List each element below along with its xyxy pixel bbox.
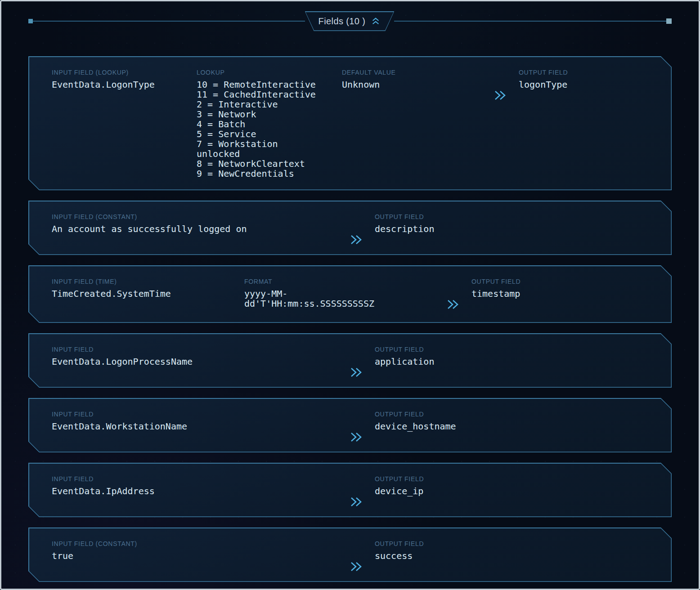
default-value-column: DEFAULT VALUE Unknown bbox=[342, 69, 493, 89]
input-field-label: INPUT FIELD (CONSTANT) bbox=[52, 213, 349, 220]
output-field-value: description bbox=[375, 224, 654, 234]
lookup-entries: 10 = RemoteInteractive 11 = CachedIntera… bbox=[197, 80, 323, 179]
input-field-value: EventData.LogonProcessName bbox=[52, 357, 349, 367]
input-field-label: INPUT FIELD bbox=[52, 475, 349, 483]
input-field-label: INPUT FIELD (CONSTANT) bbox=[52, 540, 349, 547]
output-field-column: OUTPUT FIELD success bbox=[375, 540, 654, 561]
map-arrow-icon bbox=[445, 298, 471, 311]
default-value-label: DEFAULT VALUE bbox=[342, 69, 493, 76]
map-arrow-icon bbox=[349, 560, 375, 573]
input-field-column: INPUT FIELD (LOOKUP) EventData.LogonType bbox=[52, 69, 197, 89]
output-field-value: success bbox=[375, 551, 654, 561]
input-field-column: INPUT FIELD (CONSTANT) An account as suc… bbox=[52, 213, 349, 234]
output-field-column: OUTPUT FIELD logonType bbox=[519, 69, 654, 89]
field-mapping-card[interactable]: INPUT FIELD (TIME) TimeCreated.SystemTim… bbox=[28, 265, 672, 323]
lookup-entry: 10 = RemoteInteractive bbox=[197, 80, 323, 89]
fields-panel: Fields (10 ) INPUT FIELD (LOOKUP) EventD… bbox=[0, 0, 700, 590]
lookup-entry: 9 = NewCredentials bbox=[197, 169, 323, 179]
input-field-column: INPUT FIELD EventData.LogonProcessName bbox=[52, 346, 349, 367]
field-mapping-card[interactable]: INPUT FIELD EventData.LogonProcessName O… bbox=[28, 333, 672, 388]
output-field-label: OUTPUT FIELD bbox=[375, 411, 654, 418]
map-arrow-icon bbox=[349, 430, 375, 444]
input-field-value: true bbox=[52, 551, 349, 561]
lookup-label: LOOKUP bbox=[197, 69, 342, 76]
lookup-entry: 3 = Network bbox=[197, 109, 323, 119]
output-field-value: device_hostname bbox=[375, 421, 654, 431]
output-field-value: timestamp bbox=[471, 289, 654, 299]
input-field-column: INPUT FIELD EventData.WorkstationName bbox=[52, 411, 349, 431]
input-field-label: INPUT FIELD bbox=[52, 411, 349, 418]
lookup-entry: 7 = Workstation unlocked bbox=[197, 139, 323, 159]
output-field-label: OUTPUT FIELD bbox=[375, 475, 654, 483]
format-column: FORMAT yyyy-MM-dd'T'HH:mm:ss.SSSSSSSSSZ bbox=[244, 278, 445, 308]
input-field-column: INPUT FIELD (CONSTANT) true bbox=[52, 540, 349, 561]
fields-header: Fields (10 ) bbox=[28, 11, 672, 31]
map-arrow-icon bbox=[349, 495, 375, 509]
input-field-label: INPUT FIELD (TIME) bbox=[52, 278, 244, 285]
output-field-value: device_ip bbox=[375, 486, 654, 496]
lookup-entry: 4 = Batch bbox=[197, 119, 323, 129]
format-value: yyyy-MM-dd'T'HH:mm:ss.SSSSSSSSSZ bbox=[244, 289, 384, 308]
output-field-column: OUTPUT FIELD timestamp bbox=[471, 278, 654, 299]
line-end-square-left bbox=[28, 19, 33, 23]
input-field-value: TimeCreated.SystemTime bbox=[52, 289, 244, 299]
field-mapping-card[interactable]: INPUT FIELD EventData.WorkstationName OU… bbox=[28, 398, 672, 452]
map-arrow-icon bbox=[349, 366, 375, 379]
field-mapping-list: INPUT FIELD (LOOKUP) EventData.LogonType… bbox=[28, 56, 672, 582]
output-field-label: OUTPUT FIELD bbox=[471, 278, 654, 285]
chevron-double-up-icon[interactable] bbox=[371, 17, 381, 26]
field-mapping-card[interactable]: INPUT FIELD (LOOKUP) EventData.LogonType… bbox=[28, 56, 672, 190]
input-field-value: EventData.LogonType bbox=[52, 80, 197, 89]
line-end-square-right bbox=[666, 18, 672, 24]
fields-section-toggle[interactable]: Fields (10 ) bbox=[305, 11, 395, 31]
output-field-column: OUTPUT FIELD device_ip bbox=[375, 475, 654, 496]
output-field-value: application bbox=[375, 357, 654, 367]
header-divider-right bbox=[394, 21, 666, 22]
input-field-column: INPUT FIELD (TIME) TimeCreated.SystemTim… bbox=[52, 278, 244, 299]
lookup-entry: 5 = Service bbox=[197, 129, 323, 139]
lookup-column: LOOKUP 10 = RemoteInteractive 11 = Cache… bbox=[197, 69, 342, 179]
input-field-column: INPUT FIELD EventData.IpAddress bbox=[52, 475, 349, 496]
field-mapping-card[interactable]: INPUT FIELD (CONSTANT) true OUTPUT FIELD… bbox=[28, 527, 672, 582]
input-field-value: EventData.IpAddress bbox=[52, 486, 349, 496]
input-field-value: An account as successfully logged on bbox=[52, 224, 349, 234]
input-field-label: INPUT FIELD (LOOKUP) bbox=[52, 69, 197, 76]
field-mapping-card[interactable]: INPUT FIELD EventData.IpAddress OUTPUT F… bbox=[28, 463, 672, 517]
lookup-entry: 8 = NetworkCleartext bbox=[197, 159, 323, 169]
lookup-entry: 11 = CachedInteractive bbox=[197, 89, 323, 99]
output-field-column: OUTPUT FIELD application bbox=[375, 346, 654, 367]
output-field-label: OUTPUT FIELD bbox=[375, 346, 654, 353]
output-field-label: OUTPUT FIELD bbox=[375, 213, 654, 220]
output-field-column: OUTPUT FIELD description bbox=[375, 213, 654, 234]
input-field-label: INPUT FIELD bbox=[52, 346, 349, 353]
fields-title: Fields (10 ) bbox=[319, 16, 366, 27]
output-field-label: OUTPUT FIELD bbox=[519, 69, 654, 76]
map-arrow-icon bbox=[349, 233, 375, 246]
field-mapping-card[interactable]: INPUT FIELD (CONSTANT) An account as suc… bbox=[28, 201, 672, 255]
map-arrow-icon bbox=[493, 89, 519, 102]
header-divider-left bbox=[33, 21, 305, 22]
format-label: FORMAT bbox=[244, 278, 445, 285]
output-field-value: logonType bbox=[519, 80, 654, 89]
lookup-entry: 2 = Interactive bbox=[197, 99, 323, 109]
output-field-column: OUTPUT FIELD device_hostname bbox=[375, 411, 654, 431]
output-field-label: OUTPUT FIELD bbox=[375, 540, 654, 547]
default-value: Unknown bbox=[342, 80, 493, 89]
input-field-value: EventData.WorkstationName bbox=[52, 421, 349, 431]
